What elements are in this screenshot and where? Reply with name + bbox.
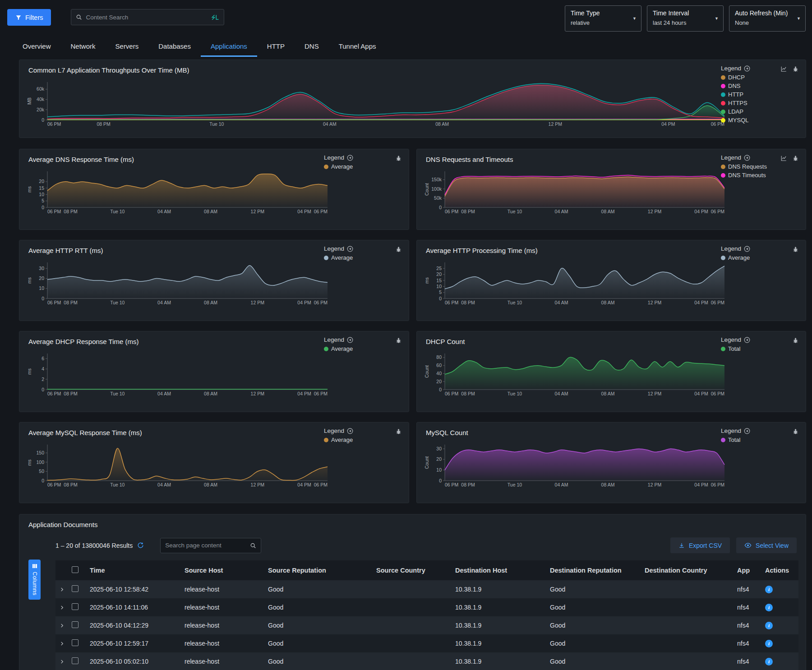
column-header[interactable]: Actions [765, 567, 797, 574]
tab-tunnel-apps[interactable]: Tunnel Apps [329, 38, 386, 57]
expand-row-icon[interactable] [60, 587, 65, 592]
legend-expand-icon[interactable] [744, 337, 750, 343]
row-checkbox[interactable] [72, 639, 78, 646]
legend-item[interactable]: Average [324, 253, 383, 262]
mysql-count-chart[interactable]: 010203006 PM08 PMTue 1004 AM08 AM12 PM04… [424, 442, 726, 489]
avg-http-processing-chart[interactable]: 051015202506 PM08 PMTue 1004 AM08 AM12 P… [424, 260, 726, 307]
legend-item[interactable]: DNS Timeouts [721, 171, 780, 179]
legend-item[interactable]: DNS Requests [721, 162, 780, 171]
legend-expand-icon[interactable] [347, 428, 353, 434]
tab-dns[interactable]: DNS [295, 38, 329, 57]
bug-icon[interactable] [793, 66, 798, 72]
expand-row-icon[interactable] [60, 641, 65, 646]
l7-throughput-chart[interactable]: 020k40k60k06 PM08 PMTue 1004 AM08 AM12 P… [27, 79, 726, 128]
info-icon[interactable]: i [765, 640, 773, 647]
legend-item[interactable]: LDAP [721, 107, 780, 116]
svg-text:20: 20 [39, 275, 44, 281]
columns-button[interactable]: Columns [28, 560, 41, 600]
legend-item[interactable]: DNS [721, 82, 780, 90]
column-header[interactable]: Destination Reputation [550, 567, 645, 574]
column-header[interactable]: Destination Country [645, 567, 737, 574]
legend-item[interactable]: Average [721, 253, 780, 262]
column-header[interactable]: Time [90, 567, 185, 574]
page-content-search[interactable] [160, 538, 261, 553]
bug-icon[interactable] [396, 428, 401, 435]
legend-item[interactable]: Total [721, 344, 780, 353]
legend-item[interactable]: HTTP [721, 90, 780, 99]
svg-text:0: 0 [42, 387, 44, 392]
bug-icon[interactable] [396, 337, 401, 344]
query-logo-icon[interactable] [211, 14, 219, 21]
bug-icon[interactable] [396, 155, 401, 161]
select-all-checkbox[interactable] [72, 566, 78, 573]
content-search-input[interactable] [86, 14, 208, 21]
column-header[interactable]: Source Country [376, 567, 455, 574]
tab-applications[interactable]: Applications [201, 38, 257, 57]
time-interval-select[interactable]: Time Interval last 24 hours ▼ [647, 5, 724, 32]
info-icon[interactable]: i [765, 604, 773, 611]
legend-item[interactable]: HTTPS [721, 99, 780, 107]
legend-expand-icon[interactable] [744, 246, 750, 252]
legend-expand-icon[interactable] [347, 337, 353, 343]
dns-requests-timeouts-chart[interactable]: 050k100k150k06 PM08 PMTue 1004 AM08 AM12… [424, 169, 726, 216]
line-chart-icon[interactable] [780, 155, 787, 161]
expand-row-icon[interactable] [60, 605, 65, 610]
auto-refresh-select[interactable]: Auto Refresh (Min) None ▼ [729, 5, 806, 32]
avg-dns-response-chart[interactable]: 0510152006 PM08 PMTue 1004 AM08 AM12 PM0… [27, 169, 329, 216]
select-view-button[interactable]: Select View [736, 537, 797, 553]
column-header[interactable]: Source Host [185, 567, 268, 574]
info-icon[interactable]: i [765, 622, 773, 629]
info-icon[interactable]: i [765, 658, 773, 665]
expand-row-icon[interactable] [60, 659, 65, 664]
tab-network[interactable]: Network [61, 38, 106, 57]
bug-icon[interactable] [793, 428, 798, 435]
time-type-select[interactable]: Time Type relative ▼ [565, 5, 641, 32]
page-content-search-input[interactable] [165, 542, 250, 549]
table-row[interactable]: 2025-06-10 12:59:17release-hostGood10.38… [55, 634, 798, 652]
table-row[interactable]: 2025-06-10 04:12:29release-hostGood10.38… [55, 616, 798, 634]
column-header[interactable]: Destination Host [455, 567, 550, 574]
tab-databases[interactable]: Databases [148, 38, 201, 57]
row-checkbox[interactable] [72, 603, 78, 610]
info-icon[interactable]: i [765, 586, 773, 593]
table-row[interactable]: 2025-06-10 05:02:10release-hostGood10.38… [55, 652, 798, 670]
bug-icon[interactable] [793, 246, 798, 252]
tab-http[interactable]: HTTP [257, 38, 295, 57]
legend-item[interactable]: Average [324, 162, 383, 171]
legend-item[interactable]: MYSQL [721, 116, 780, 124]
table-row[interactable]: 2025-06-10 14:11:06release-hostGood10.38… [55, 598, 798, 616]
legend-expand-icon[interactable] [744, 155, 750, 161]
avg-dhcp-response-chart[interactable]: 024606 PM08 PMTue 1004 AM08 AM12 PM04 PM… [27, 351, 329, 398]
svg-text:08 PM: 08 PM [64, 300, 77, 305]
filters-button[interactable]: Filters [7, 9, 51, 26]
column-header[interactable]: Source Reputation [268, 567, 376, 574]
bug-icon[interactable] [793, 155, 798, 161]
refresh-icon[interactable] [137, 542, 144, 549]
tab-servers[interactable]: Servers [106, 38, 149, 57]
legend-expand-icon[interactable] [744, 65, 750, 72]
bug-icon[interactable] [396, 246, 401, 252]
expand-row-icon[interactable] [60, 623, 65, 628]
export-csv-button[interactable]: Export CSV [670, 537, 730, 553]
legend-item[interactable]: Total [721, 436, 780, 444]
row-checkbox[interactable] [72, 585, 78, 592]
legend-item[interactable]: Average [324, 436, 383, 444]
legend-item[interactable]: Average [324, 344, 383, 353]
legend-expand-icon[interactable] [744, 428, 750, 434]
legend: LegendDNS RequestsDNS Timeouts [721, 154, 780, 179]
row-checkbox[interactable] [72, 657, 78, 664]
avg-http-rtt-chart[interactable]: 010203006 PM08 PMTue 1004 AM08 AM12 PM04… [27, 260, 329, 307]
legend: LegendTotal [721, 427, 780, 444]
column-header[interactable]: App [737, 567, 765, 574]
dhcp-count-chart[interactable]: 02040608006 PM08 PMTue 1004 AM08 AM12 PM… [424, 351, 726, 398]
legend-item[interactable]: DHCP [721, 73, 780, 82]
legend-expand-icon[interactable] [347, 246, 353, 252]
table-row[interactable]: 2025-06-10 12:58:42release-hostGood10.38… [55, 580, 798, 598]
content-search[interactable] [71, 9, 224, 25]
legend-expand-icon[interactable] [347, 155, 353, 161]
tab-overview[interactable]: Overview [13, 38, 61, 57]
bug-icon[interactable] [793, 337, 798, 344]
row-checkbox[interactable] [72, 621, 78, 628]
avg-mysql-response-chart[interactable]: 05010015006 PM08 PMTue 1004 AM08 AM12 PM… [27, 442, 329, 489]
line-chart-icon[interactable] [780, 66, 787, 72]
